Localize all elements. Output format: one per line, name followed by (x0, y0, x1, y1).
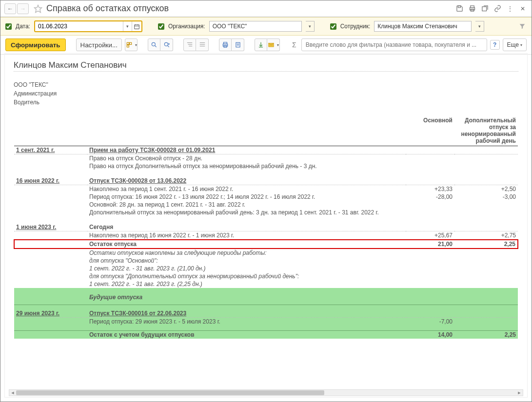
find-button[interactable] (148, 38, 160, 51)
collapse-groups-button[interactable] (196, 38, 209, 51)
emp-label: Сотрудник: (340, 23, 371, 30)
more-vertical-icon[interactable]: ⋮ (505, 4, 515, 14)
date-label: Дата: (16, 23, 30, 30)
report-org-block: ООО "ТЕКС" Администрация Водитель (14, 80, 518, 107)
svg-point-15 (164, 42, 168, 46)
nav-back-button[interactable]: ← (4, 3, 16, 14)
org-label: Организация: (168, 23, 205, 30)
future-date: 29 июня 2023 г. (14, 309, 87, 318)
future-title: Отпуск ТСЗК-000016 от 22.06.2023 (87, 309, 406, 318)
svg-line-16 (167, 46, 169, 47)
balance-label: Остаток отпуска (87, 240, 406, 249)
balance-main: 21,00 (406, 240, 454, 249)
emp-dropdown-button[interactable]: ▾ (475, 21, 484, 32)
favorite-star-icon[interactable] (33, 3, 43, 14)
svg-line-14 (155, 46, 157, 47)
svg-rect-11 (129, 42, 131, 44)
row-title: Сегодня (87, 223, 406, 231)
col-main-header: Основной (406, 116, 454, 146)
scroll-right-icon[interactable]: ► (516, 390, 523, 396)
emp-checkbox[interactable] (330, 23, 336, 30)
send-email-button[interactable]: ▾ (267, 38, 280, 51)
save-file-button[interactable] (255, 38, 267, 51)
col-extra-header: Дополнительный отпуск за ненормированный… (454, 116, 518, 146)
filter-funnel-icon[interactable] (518, 22, 527, 31)
future-header: Будущие отпуска (87, 288, 518, 303)
row-title: Прием на работу ТСЗК-000028 от 01.09.202… (87, 146, 406, 154)
row-title: Отпуск ТСЗК-000028 от 13.06.2022 (87, 177, 406, 185)
more-button[interactable]: Еще▾ (503, 38, 527, 51)
row-date: 16 июня 2022 г. (14, 177, 87, 185)
svg-rect-6 (135, 24, 139, 29)
save-icon[interactable] (454, 4, 464, 14)
report-employee-name: Клинцов Максим Степанович (14, 60, 518, 72)
generate-button[interactable]: Сформировать (5, 38, 66, 51)
emp-input[interactable]: Клинцов Максим Степанович (374, 21, 472, 32)
scroll-left-icon[interactable]: ◄ (9, 390, 16, 396)
svg-marker-0 (35, 5, 42, 12)
org-dropdown-button[interactable]: ▾ (306, 21, 315, 32)
final-balance-main: 14,00 (406, 330, 454, 339)
svg-rect-10 (127, 42, 129, 44)
sigma-icon[interactable]: Σ (290, 41, 298, 49)
page-title: Справка об остатках отпусков (46, 3, 454, 14)
final-balance-label: Остаток с учетом будущих отпусков (87, 330, 406, 339)
print-button[interactable] (219, 38, 232, 51)
horizontal-scrollbar[interactable]: ◄ ► (9, 389, 523, 396)
new-window-icon[interactable] (480, 4, 490, 14)
find-next-button[interactable] (160, 38, 173, 51)
settings-button[interactable]: Настройки... (76, 38, 122, 51)
scroll-thumb[interactable] (16, 390, 324, 395)
svg-rect-5 (482, 7, 486, 11)
date-checkbox[interactable] (5, 23, 12, 30)
print-menu-button[interactable] (232, 38, 244, 51)
link-icon[interactable] (493, 4, 502, 14)
expand-groups-button[interactable] (183, 38, 196, 51)
calendar-button[interactable] (132, 21, 141, 31)
svg-rect-1 (458, 6, 460, 8)
balance-extra: 2,25 (454, 240, 518, 249)
close-icon[interactable]: ✕ (518, 4, 528, 14)
print-icon[interactable] (467, 4, 477, 14)
settings-variants-button[interactable]: ▾ (125, 38, 138, 51)
org-input[interactable]: ООО "ТЕКС" (209, 21, 302, 32)
help-button[interactable]: ? (490, 40, 500, 50)
date-dropdown-button[interactable]: ▾ (123, 21, 132, 31)
org-checkbox[interactable] (158, 23, 164, 30)
svg-point-13 (152, 42, 155, 46)
row-date: 1 сент. 2021 г. (14, 146, 87, 154)
report-area[interactable]: Клинцов Максим Степанович ООО "ТЕКС" Адм… (4, 53, 528, 398)
report-table: Основной Дополнительный отпуск за ненорм… (14, 116, 518, 339)
date-input[interactable] (35, 22, 123, 31)
svg-rect-12 (127, 45, 129, 47)
nav-forward-button[interactable]: → (17, 3, 29, 14)
row-date: 1 июня 2023 г. (14, 223, 87, 231)
quick-filter-input[interactable] (301, 38, 487, 51)
final-balance-extra: 2,25 (454, 330, 518, 339)
